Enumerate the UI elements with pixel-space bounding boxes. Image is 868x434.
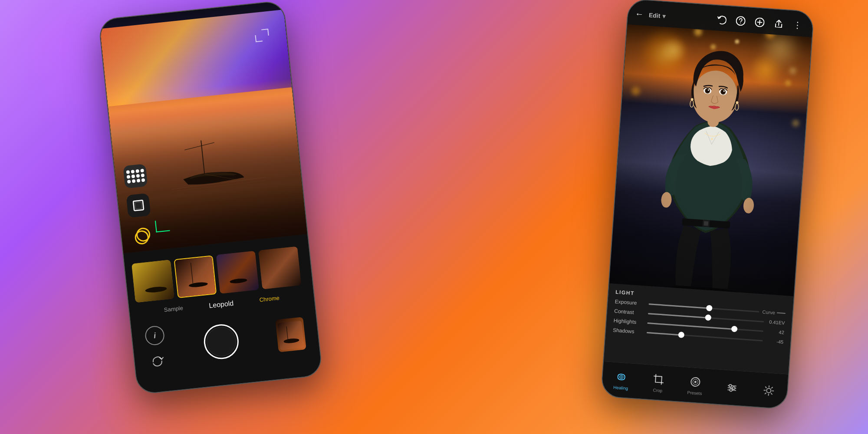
svg-rect-10	[175, 256, 217, 298]
svg-point-40	[736, 16, 745, 26]
healing-icon	[615, 371, 628, 383]
edit-panel: LIGHT Exposure Curve Contrast	[602, 283, 794, 409]
edit-toolbar: Healing Crop	[602, 361, 789, 409]
svg-line-63	[771, 393, 772, 394]
exposure-fill	[649, 303, 710, 309]
contrast-thumb[interactable]	[705, 314, 712, 321]
frame-icon	[132, 199, 145, 212]
svg-point-50	[694, 381, 697, 383]
add-button[interactable]	[751, 14, 768, 30]
double-circle-icon	[134, 227, 149, 242]
contrast-fill	[648, 313, 708, 319]
highlights-label: Highlights	[613, 318, 644, 326]
left-phone-screen: Sample Leopold Chrome i	[99, 1, 322, 394]
crop-icon-container	[651, 372, 666, 387]
help-icon	[736, 16, 746, 26]
svg-rect-8	[132, 260, 174, 302]
svg-point-56	[730, 388, 732, 391]
undo-icon	[717, 15, 727, 25]
svg-line-64	[772, 387, 773, 388]
svg-rect-15	[258, 247, 301, 289]
filter-label-sample[interactable]: Sample	[164, 305, 184, 315]
adjust-icon	[726, 382, 738, 394]
presets-label: Presets	[687, 390, 702, 396]
toolbar-healing[interactable]: Healing	[613, 369, 629, 391]
crop-label: Crop	[653, 388, 662, 393]
frame-button[interactable]	[126, 193, 151, 218]
left-phone: Sample Leopold Chrome i	[98, 0, 323, 395]
svg-rect-13	[216, 251, 259, 294]
curve-label: Curve	[762, 309, 786, 316]
back-button[interactable]: ←	[635, 9, 644, 19]
gallery-button[interactable]	[275, 317, 306, 352]
healing-icon-container	[614, 369, 629, 384]
add-icon	[755, 17, 765, 27]
refresh-icon	[150, 354, 165, 369]
shadows-value: -45	[766, 338, 784, 345]
more-button[interactable]: ⋮	[789, 16, 806, 33]
filter-strip: Sample Leopold Chrome i	[124, 237, 322, 394]
filter-thumb-4[interactable]	[258, 247, 301, 289]
filter-thumb-2[interactable]	[174, 255, 217, 298]
presets-icon-container	[688, 375, 703, 389]
svg-line-44	[758, 22, 762, 23]
gallery-icon	[275, 317, 306, 352]
svg-rect-7	[135, 202, 141, 209]
curve-line	[777, 312, 786, 314]
filter-label-chrome[interactable]: Chrome	[259, 295, 280, 305]
undo-button[interactable]	[713, 11, 730, 28]
shutter-button[interactable]	[202, 322, 240, 361]
highlights-thumb[interactable]	[731, 326, 738, 332]
filter-thumb-3[interactable]	[216, 251, 259, 294]
corner-bracket	[154, 208, 182, 233]
filter-thumb-boat-4	[258, 247, 301, 289]
filter-label-leopold[interactable]: Leopold	[209, 299, 234, 310]
svg-line-62	[765, 387, 766, 388]
help-button[interactable]	[732, 13, 749, 29]
sun-icon	[763, 385, 775, 397]
highlights-value: 42	[766, 329, 784, 335]
sun-icon-container	[761, 383, 776, 398]
svg-point-41	[740, 23, 741, 23]
toolbar-presets[interactable]: Presets	[687, 375, 703, 396]
portrait-image	[608, 0, 813, 306]
presets-icon	[689, 376, 701, 388]
refresh-button[interactable]	[147, 351, 168, 372]
adjust-icon-container	[725, 380, 740, 395]
filter-thumb-1[interactable]	[132, 260, 174, 302]
exposure-thumb[interactable]	[706, 305, 713, 311]
filter-thumb-boat-3	[216, 251, 259, 294]
info-button[interactable]: i	[144, 325, 165, 346]
svg-rect-16	[277, 320, 304, 350]
svg-point-46	[621, 376, 622, 378]
svg-point-57	[766, 388, 771, 393]
svg-line-1	[184, 142, 215, 150]
grid-button[interactable]	[123, 164, 148, 188]
grid-icon	[126, 169, 145, 184]
shutter-inner	[205, 326, 237, 358]
toolbar-light[interactable]	[761, 383, 776, 398]
svg-point-54	[729, 384, 732, 387]
svg-line-5	[171, 183, 266, 194]
more-icon: ⋮	[793, 20, 803, 30]
svg-line-65	[765, 393, 766, 394]
shadows-thumb[interactable]	[678, 332, 685, 338]
share-button[interactable]	[770, 15, 787, 32]
svg-point-55	[733, 387, 735, 389]
shadows-label: Shadows	[613, 327, 644, 335]
contrast-label: Contrast	[614, 308, 645, 316]
right-phone-screen: ← Edit ▾	[602, 0, 814, 409]
share-icon	[774, 19, 784, 29]
toolbar-adjust[interactable]	[725, 380, 740, 395]
vignette-overlay	[608, 0, 813, 306]
frame-indicator	[254, 29, 270, 42]
right-phone: ← Edit ▾	[600, 0, 814, 410]
toolbar-crop[interactable]: Crop	[651, 372, 666, 393]
contrast-value: 0.41EV	[767, 319, 785, 326]
circles-button[interactable]	[129, 223, 154, 247]
crop-icon	[652, 373, 664, 385]
boat-image	[166, 130, 267, 196]
filter-thumb-boat-2	[175, 256, 217, 298]
exposure-label: Exposure	[615, 299, 645, 307]
edit-title: Edit ▾	[648, 10, 710, 23]
